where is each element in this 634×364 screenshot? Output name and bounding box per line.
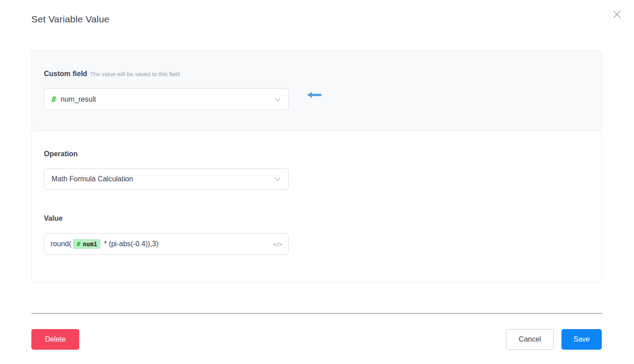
chevron-down-icon [274,97,281,102]
custom-field-helper-text: The value will be saved to this field [90,71,180,77]
custom-field-select[interactable]: # num_result [44,88,289,110]
code-icon[interactable]: </> [273,241,282,248]
custom-field-select-value: num_result [60,95,96,103]
custom-field-label-row: Custom fieldThe value will be saved to t… [44,70,180,78]
close-icon [611,9,623,20]
operation-label: Operation [44,150,78,158]
custom-field-label: Custom field [44,70,87,77]
formula-prefix: round( [51,240,71,248]
page-title: Set Variable Value [31,14,109,25]
custom-field-section: Custom fieldThe value will be saved to t… [31,50,602,131]
delete-button[interactable]: Delete [31,329,79,350]
operation-value-section: Operation Math Formula Calculation Value… [31,131,602,283]
variable-token-name: num1 [83,240,98,248]
cancel-button[interactable]: Cancel [506,329,554,350]
operation-select[interactable]: Math Formula Calculation [44,168,289,190]
value-label: Value [44,214,63,223]
close-button[interactable] [610,7,624,21]
value-formula-input[interactable]: round( # num1 * (pi-abs(-0.4)),3) </> [44,233,289,255]
arrow-left-icon [307,91,322,98]
formula-suffix: * (pi-abs(-0.4)),3) [104,240,158,248]
chevron-down-icon [274,177,281,181]
variable-token-pill[interactable]: # num1 [73,239,101,249]
save-button[interactable]: Save [561,329,602,350]
operation-select-value: Math Formula Calculation [51,175,133,183]
hash-icon: # [77,240,80,248]
hash-icon: # [51,95,56,104]
footer-divider [31,313,602,314]
